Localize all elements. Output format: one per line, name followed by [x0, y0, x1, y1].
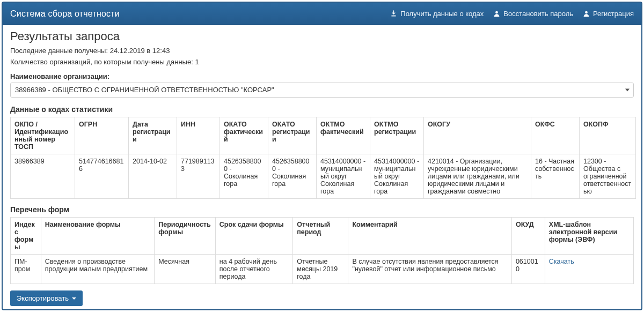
th-deadline: Срок сдачи формы — [215, 218, 292, 255]
th-oktmo-fact: ОКТМО фактический — [317, 117, 370, 154]
nav-get-codes-link[interactable]: Получить данные о кодах — [390, 10, 484, 18]
org-select[interactable]: 38966389 - ОБЩЕСТВО С ОГРАНИЧЕННОЙ ОТВЕТ… — [10, 83, 634, 98]
th-okato-fact: ОКАТО фактический — [220, 117, 268, 154]
nav-link-label: Получить данные о кодах — [400, 10, 484, 18]
user-icon — [583, 10, 590, 17]
navbar-links: Получить данные о кодах Восстановить пар… — [390, 10, 634, 18]
td-okopf: 12300 - Общества с ограниченной ответств… — [580, 154, 636, 199]
td-form-name: Сведения о производстве продукции малым … — [41, 255, 155, 284]
td-oktmo-reg: 45314000000 - муниципальный округ Соколи… — [370, 154, 424, 199]
th-oktmo-reg: ОКТМО регистрации — [370, 117, 424, 154]
td-periodicity: Месячная — [155, 255, 216, 284]
th-okpo: ОКПО / Идентификационный номер ТОСП — [11, 117, 75, 154]
th-form-name: Наименование формы — [41, 218, 155, 255]
org-count-line: Количество организаций, по которым получ… — [10, 58, 634, 66]
th-periodicity: Периодичность формы — [155, 218, 216, 255]
th-xml: XML-шаблон электронной версии формы (ЭВФ… — [545, 218, 633, 255]
td-xml: Скачать — [545, 255, 633, 284]
navbar: Система сбора отчетности Получить данные… — [3, 3, 641, 25]
td-okato-fact: 45263588000 - Соколиная гора — [220, 154, 268, 199]
forms-table: Индекс формы Наименование формы Периодич… — [10, 217, 634, 284]
table-row: 38966389 5147746166816 2014-10-02 771989… — [11, 154, 636, 199]
page-title: Результаты запроса — [10, 29, 634, 43]
last-received-line: Последние данные получены: 24.12.2019 в … — [10, 47, 634, 55]
td-oktmo-fact: 45314000000 - муниципальный округ Соколи… — [317, 154, 370, 199]
td-deadline: на 4 рабочий день после отчетного период… — [215, 255, 292, 284]
stats-header-row: ОКПО / Идентификационный номер ТОСП ОГРН… — [11, 117, 636, 154]
download-xml-link[interactable]: Скачать — [549, 258, 574, 265]
td-report-period: Отчетные месяцы 2019 года — [293, 255, 348, 284]
td-reg-date: 2014-10-02 — [129, 154, 177, 199]
th-inn: ИНН — [177, 117, 220, 154]
td-comment: В случае отсутствия явления предоставляе… — [348, 255, 511, 284]
td-okud: 0610010 — [511, 255, 545, 284]
nav-register-link[interactable]: Регистрация — [583, 10, 634, 18]
th-form-idx: Индекс формы — [11, 218, 41, 255]
td-okpo: 38966389 — [11, 154, 75, 199]
content-area: Результаты запроса Последние данные полу… — [3, 25, 641, 309]
td-okogu: 4210014 - Организации, учрежденные юриди… — [424, 154, 531, 199]
th-okogu: ОКОГУ — [424, 117, 531, 154]
forms-heading: Перечень форм — [10, 205, 634, 214]
td-inn: 7719891133 — [177, 154, 220, 199]
org-select-label: Наименование организации: — [10, 72, 634, 80]
th-okato-reg: ОКАТО регистрации — [268, 117, 317, 154]
forms-header-row: Индекс формы Наименование формы Периодич… — [11, 218, 634, 255]
nav-link-label: Регистрация — [593, 10, 634, 18]
export-button[interactable]: Экспортировать — [10, 290, 83, 306]
export-button-label: Экспортировать — [17, 294, 69, 302]
th-okopf: ОКОПФ — [580, 117, 636, 154]
th-report-period: Отчетный период — [293, 218, 348, 255]
navbar-brand: Система сбора отчетности — [10, 9, 120, 19]
td-okfs: 16 - Частная собственность — [531, 154, 580, 199]
td-okato-reg: 45263588000 - Соколиная гора — [268, 154, 317, 199]
th-okud: ОКУД — [511, 218, 545, 255]
svg-point-1 — [585, 11, 588, 14]
caret-down-icon — [72, 297, 76, 300]
nav-link-label: Восстановить пароль — [503, 10, 573, 18]
user-icon — [493, 10, 500, 17]
stats-heading: Данные о кодах статистики — [10, 105, 634, 114]
td-ogrn: 5147746166816 — [75, 154, 129, 199]
org-select-value: 38966389 - ОБЩЕСТВО С ОГРАНИЧЕННОЙ ОТВЕТ… — [10, 83, 634, 98]
th-reg-date: Дата регистрации — [129, 117, 177, 154]
nav-restore-password-link[interactable]: Восстановить пароль — [493, 10, 573, 18]
stats-table: ОКПО / Идентификационный номер ТОСП ОГРН… — [10, 117, 636, 199]
table-row: ПМ-пром Сведения о производстве продукци… — [11, 255, 634, 284]
download-icon — [390, 10, 397, 17]
th-ogrn: ОГРН — [75, 117, 129, 154]
svg-point-0 — [495, 11, 498, 14]
th-okfs: ОКФС — [531, 117, 580, 154]
td-form-idx: ПМ-пром — [11, 255, 41, 284]
th-comment: Комментарий — [348, 218, 511, 255]
